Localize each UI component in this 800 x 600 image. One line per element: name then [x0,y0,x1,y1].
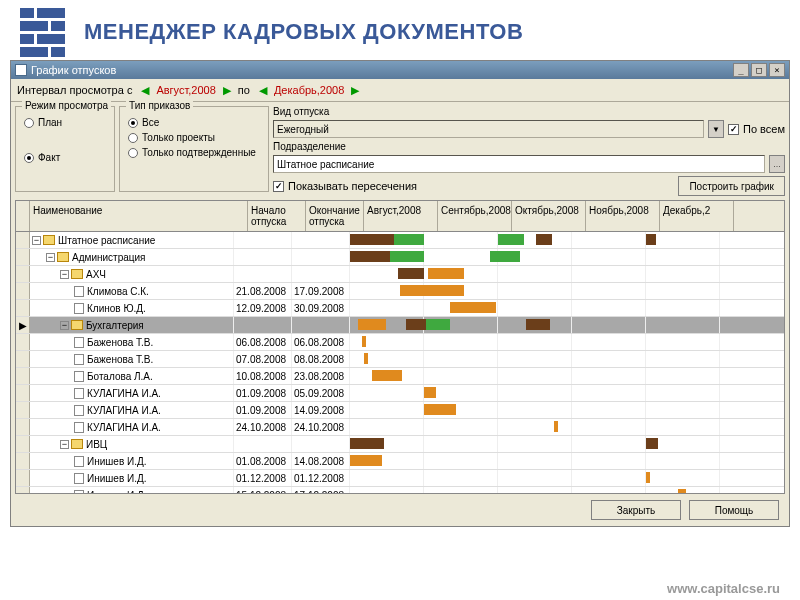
cell-start: 01.08.2008 [234,453,292,469]
table-row[interactable]: −ИВЦ [16,436,784,453]
help-button[interactable]: Помощь [689,500,779,520]
row-marker [16,453,30,469]
table-row[interactable]: КУЛАГИНА И.А.24.10.200824.10.2008 [16,419,784,436]
vac-type-dropdown-icon[interactable]: ▼ [708,120,724,138]
file-icon [74,388,84,399]
col-month-2[interactable]: Октябрь,2008 [512,201,586,231]
col-month-4[interactable]: Декабрь,2 [660,201,734,231]
dept-input[interactable] [273,155,765,173]
table-row[interactable]: Боталова Л.А.10.08.200823.08.2008 [16,368,784,385]
tree-toggle-icon[interactable]: − [60,321,69,330]
radio-plan[interactable]: План [24,117,106,128]
gantt-bar [372,370,402,381]
table-row[interactable]: Климова С.К.21.08.200817.09.2008 [16,283,784,300]
cell-start [234,317,292,333]
cell-name: −АХЧ [30,266,234,282]
col-name[interactable]: Наименование [30,201,248,231]
footer-link: www.capitalcse.ru [667,581,780,596]
folder-icon [57,252,69,262]
close-button[interactable]: × [769,63,785,77]
table-row[interactable]: Баженова Т.В.06.08.200806.08.2008 [16,334,784,351]
cell-start: 24.10.2008 [234,419,292,435]
table-row[interactable]: Инишев И.Д.01.08.200814.08.2008 [16,453,784,470]
row-marker [16,487,30,494]
tree-toggle-icon[interactable]: − [46,253,55,262]
gantt-cell [350,317,720,333]
cell-end [292,436,350,452]
overlap-label: Показывать пересечения [288,180,417,192]
order-type-group: Тип приказов Все Только проекты Только п… [119,106,269,192]
row-marker [16,249,30,265]
interval-to-value[interactable]: Декабрь,2008 [274,84,344,96]
row-label: Боталова Л.А. [87,371,153,382]
interval-from-label: Интервал просмотра с [17,84,132,96]
table-row[interactable]: КУЛАГИНА И.А.01.09.200805.09.2008 [16,385,784,402]
cell-end: 06.08.2008 [292,334,350,350]
minimize-button[interactable]: _ [733,63,749,77]
folder-icon [43,235,55,245]
cell-end: 17.12.2008 [292,487,350,494]
vac-all-label: По всем [743,123,785,135]
cell-start: 01.12.2008 [234,470,292,486]
table-row[interactable]: −Штатное расписание [16,232,784,249]
row-marker: ▶ [16,317,30,333]
from-next-icon[interactable]: ▶ [220,83,234,97]
gantt-cell [350,402,720,418]
col-month-0[interactable]: Август,2008 [364,201,438,231]
dept-lookup-icon[interactable]: … [769,155,785,173]
gantt-bar [390,251,424,262]
to-prev-icon[interactable]: ◀ [256,83,270,97]
cell-start: 01.09.2008 [234,402,292,418]
tree-toggle-icon[interactable]: − [60,440,69,449]
row-label: ИВЦ [86,439,107,450]
interval-from-value[interactable]: Август,2008 [156,84,215,96]
vac-all-checkbox[interactable] [728,124,739,135]
radio-approved[interactable]: Только подтвержденные [128,147,260,158]
row-marker [16,232,30,248]
vac-type-input[interactable] [273,120,704,138]
maximize-button[interactable]: □ [751,63,767,77]
gantt-bar [358,319,386,330]
cell-name: Клинов Ю.Д. [30,300,234,316]
col-end[interactable]: Окончание отпуска [306,201,364,231]
table-row[interactable]: Баженова Т.В.07.08.200808.08.2008 [16,351,784,368]
radio-fact[interactable]: Факт [24,152,106,163]
col-month-1[interactable]: Сентябрь,2008 [438,201,512,231]
cell-end: 05.09.2008 [292,385,350,401]
gantt-cell [350,368,720,384]
table-row[interactable]: ▶−Бухгалтерия [16,317,784,334]
table-row[interactable]: Клинов Ю.Д.12.09.200830.09.2008 [16,300,784,317]
gantt-bar [554,421,558,432]
radio-drafts[interactable]: Только проекты [128,132,260,143]
cell-start [234,436,292,452]
table-row[interactable]: −АХЧ [16,266,784,283]
row-marker [16,368,30,384]
close-dialog-button[interactable]: Закрыть [591,500,681,520]
to-next-icon[interactable]: ▶ [348,83,362,97]
cell-end [292,232,350,248]
tree-toggle-icon[interactable]: − [32,236,41,245]
gantt-bar [450,302,496,313]
gantt-bar [350,455,382,466]
row-label: КУЛАГИНА И.А. [87,422,161,433]
overlap-checkbox[interactable] [273,181,284,192]
titlebar[interactable]: График отпусков _ □ × [11,61,789,79]
table-row[interactable]: −Администрация [16,249,784,266]
view-mode-group: Режим просмотра План Факт [15,106,115,192]
tree-toggle-icon[interactable]: − [60,270,69,279]
gantt-bar [536,234,552,245]
gantt-bar [350,438,384,449]
gantt-bar [498,234,524,245]
gantt-cell [350,385,720,401]
table-row[interactable]: КУЛАГИНА И.А.01.09.200814.09.2008 [16,402,784,419]
gantt-bar [490,251,520,262]
folder-icon [71,320,83,330]
table-row[interactable]: Инишев И.Д.01.12.200801.12.2008 [16,470,784,487]
from-prev-icon[interactable]: ◀ [138,83,152,97]
build-chart-button[interactable]: Построить график [678,176,785,196]
cell-name: −ИВЦ [30,436,234,452]
col-start[interactable]: Начало отпуска [248,201,306,231]
table-row[interactable]: Инишев И.Д.15.12.200817.12.2008 [16,487,784,494]
radio-all[interactable]: Все [128,117,260,128]
col-month-3[interactable]: Ноябрь,2008 [586,201,660,231]
